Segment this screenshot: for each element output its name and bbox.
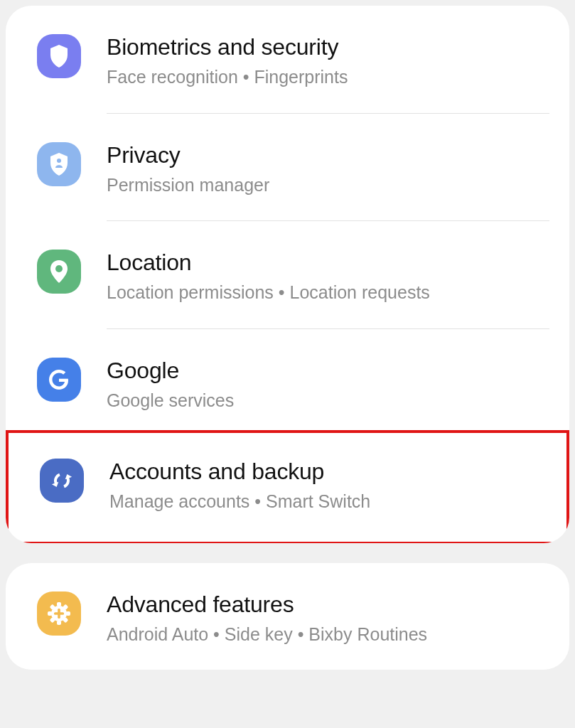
settings-item-text: Google Google services: [107, 356, 549, 412]
settings-item-subtitle: Google services: [107, 389, 549, 412]
svg-rect-12: [54, 612, 64, 615]
settings-item-title: Biometrics and security: [107, 33, 549, 61]
svg-rect-5: [48, 611, 52, 616]
settings-item-location[interactable]: Location Location permissions • Location…: [6, 221, 569, 328]
settings-item-title: Privacy: [107, 141, 549, 169]
settings-item-subtitle: Manage accounts • Smart Switch: [109, 490, 547, 513]
settings-card-1: Biometrics and security Face recognition…: [6, 6, 569, 543]
google-g-icon: [37, 358, 81, 402]
settings-item-subtitle: Location permissions • Location requests: [107, 281, 549, 304]
svg-point-0: [57, 159, 61, 163]
settings-card-2: Advanced features Android Auto • Side ke…: [6, 563, 569, 670]
settings-item-privacy[interactable]: Privacy Permission manager: [6, 114, 569, 221]
settings-item-text: Advanced features Android Auto • Side ke…: [107, 590, 549, 646]
settings-item-advanced-features[interactable]: Advanced features Android Auto • Side ke…: [6, 563, 569, 670]
settings-item-title: Advanced features: [107, 590, 549, 619]
highlight-box: Accounts and backup Manage accounts • Sm…: [6, 430, 569, 543]
svg-rect-3: [57, 602, 61, 606]
plus-gear-icon: [37, 592, 81, 636]
settings-item-biometrics[interactable]: Biometrics and security Face recognition…: [6, 6, 569, 113]
svg-point-1: [55, 265, 63, 272]
location-pin-icon: [37, 250, 81, 294]
settings-item-title: Google: [107, 356, 549, 385]
settings-item-text: Biometrics and security Face recognition…: [107, 33, 549, 89]
svg-rect-6: [66, 611, 70, 616]
settings-item-google[interactable]: Google Google services: [6, 329, 569, 437]
settings-item-text: Location Location permissions • Location…: [107, 248, 549, 304]
settings-item-title: Location: [107, 248, 549, 277]
settings-item-accounts-backup[interactable]: Accounts and backup Manage accounts • Sm…: [9, 433, 566, 542]
sync-icon: [40, 459, 84, 503]
shield-icon: [37, 34, 81, 78]
svg-rect-4: [57, 621, 61, 625]
settings-item-subtitle: Permission manager: [107, 173, 549, 197]
privacy-shield-icon: [37, 142, 81, 186]
settings-item-subtitle: Android Auto • Side key • Bixby Routines: [107, 623, 549, 646]
settings-item-title: Accounts and backup: [109, 457, 547, 486]
settings-item-subtitle: Face recognition • Fingerprints: [107, 65, 549, 89]
settings-item-text: Privacy Permission manager: [107, 141, 549, 197]
settings-item-text: Accounts and backup Manage accounts • Sm…: [109, 457, 547, 513]
